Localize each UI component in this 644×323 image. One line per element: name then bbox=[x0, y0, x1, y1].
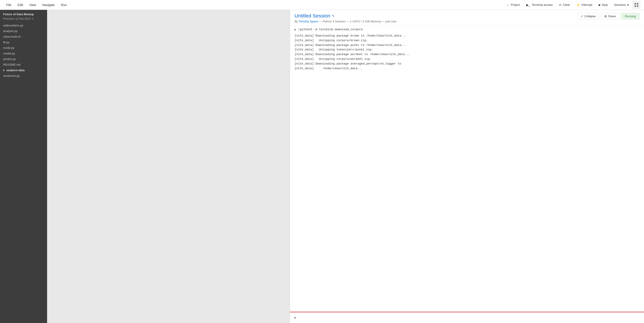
svg-rect-2 bbox=[634, 5, 636, 7]
menu-view[interactable]: View bbox=[27, 2, 39, 8]
session-actions: ⤢ Collapse ⊞ Share Running bbox=[577, 13, 640, 19]
project-button[interactable]: ← Project bbox=[504, 2, 522, 8]
project-name: Future of Data Meetup bbox=[0, 10, 47, 17]
session-title-row: Untitled Session ✎ bbox=[294, 13, 396, 19]
command-text: !python3 -m textblob.download_corpora bbox=[298, 28, 363, 31]
menu-file[interactable]: File bbox=[4, 2, 14, 8]
input-prompt: ▶ bbox=[294, 316, 296, 320]
interrupt-button[interactable]: ⚡ Interrupt bbox=[574, 2, 595, 8]
session-header: Untitled Session ✎ By Timothy Spann — Py… bbox=[290, 10, 644, 25]
console-area[interactable]: ▶ !python3 -m textblob.download_corpora … bbox=[290, 25, 644, 312]
menu-edit[interactable]: Edit bbox=[15, 2, 26, 8]
menu-navigate[interactable]: Navigate bbox=[40, 2, 58, 8]
lightning-icon: ⚡ bbox=[576, 3, 580, 7]
menu-run[interactable]: Run bbox=[58, 2, 70, 8]
folder-seaborn-data[interactable]: seaborn-data bbox=[0, 67, 47, 73]
file-fit[interactable]: fit.py bbox=[0, 39, 47, 45]
svg-rect-3 bbox=[637, 5, 638, 7]
sidebar: Future of Data Meetup Princeton 12 Feb 2… bbox=[0, 10, 47, 323]
refresh-icon[interactable]: ↻ bbox=[32, 17, 34, 20]
share-icon: ⊞ bbox=[604, 14, 607, 18]
collapse-icon: ⤢ bbox=[580, 14, 583, 18]
running-badge: Running bbox=[621, 13, 640, 19]
menu-bar: File Edit View Navigate Run ← Project ▶_… bbox=[0, 0, 644, 10]
console-input[interactable] bbox=[298, 316, 640, 320]
session-title: Untitled Session bbox=[294, 13, 330, 19]
sessions-button[interactable]: Sessions ▾ bbox=[611, 2, 632, 8]
input-bar: ▶ bbox=[290, 312, 644, 323]
author-link[interactable]: Timothy Spann bbox=[299, 20, 318, 23]
pen-icon: ✏ bbox=[559, 3, 562, 7]
collapse-button[interactable]: ⤢ Collapse bbox=[577, 13, 599, 19]
file-mode[interactable]: mode.py bbox=[0, 45, 47, 51]
command-prompt: ▶ bbox=[294, 28, 296, 31]
editor-area bbox=[47, 10, 290, 323]
clear-button[interactable]: ✏ Clear bbox=[556, 2, 573, 8]
file-model[interactable]: model.py bbox=[0, 51, 47, 56]
session-meta: By Timothy Spann — Python 3 Session — 1 … bbox=[294, 20, 396, 23]
session-panel: Untitled Session ✎ By Timothy Spann — Py… bbox=[290, 10, 644, 323]
stop-button[interactable]: ■ Stop bbox=[596, 2, 610, 8]
menu-left: File Edit View Navigate Run bbox=[4, 2, 70, 8]
file-cdsw-build[interactable]: cdsw-build.sh bbox=[0, 34, 47, 39]
console-output: [nltk_data] Downloading package brown to… bbox=[294, 34, 640, 71]
arrow-left-icon: ← bbox=[506, 3, 510, 7]
session-info: Untitled Session ✎ By Timothy Spann — Py… bbox=[294, 13, 396, 23]
console-command: ▶ !python3 -m textblob.download_corpora bbox=[294, 28, 640, 31]
grid-icon[interactable] bbox=[632, 1, 640, 9]
svg-rect-0 bbox=[634, 3, 636, 4]
file-addnumbers[interactable]: addnumbers.py bbox=[0, 23, 47, 28]
share-button[interactable]: ⊞ Share bbox=[601, 13, 619, 19]
file-readme[interactable]: README.md bbox=[0, 62, 47, 67]
chevron-down-icon: ▾ bbox=[627, 3, 629, 7]
svg-rect-1 bbox=[637, 3, 638, 4]
edit-icon[interactable]: ✎ bbox=[332, 14, 334, 18]
terminal-icon: ▶_ bbox=[526, 3, 530, 7]
terminal-button[interactable]: ▶_ Terminal access bbox=[524, 2, 556, 8]
sidebar-subtitle: Princeton 12 Feb 2019 ↻ bbox=[0, 17, 47, 23]
file-analysis[interactable]: analysis.py bbox=[0, 28, 47, 34]
content-split: Future of Data Meetup Princeton 12 Feb 2… bbox=[0, 10, 644, 323]
menu-right: ← Project ▶_ Terminal access ✏ Clear ⚡ I… bbox=[504, 1, 640, 9]
file-predict[interactable]: predict.py bbox=[0, 56, 47, 62]
stop-icon: ■ bbox=[598, 3, 600, 7]
file-sentiment[interactable]: sentiment.py bbox=[0, 73, 47, 79]
